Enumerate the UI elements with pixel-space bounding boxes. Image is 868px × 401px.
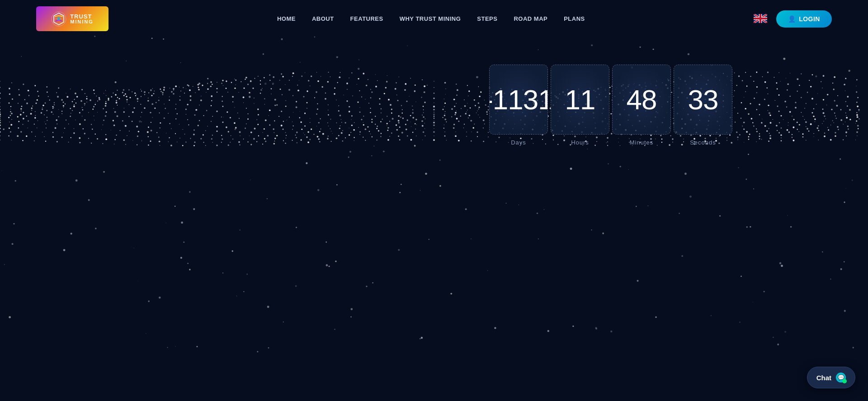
countdown-hours: 11 Hours [551,65,609,146]
minutes-value: 48 [627,84,657,116]
minutes-box: 48 [612,65,671,135]
hours-box: 11 [551,65,609,135]
seconds-label: Seconds [690,139,716,146]
chat-icon-wrapper: 💬 [836,373,846,382]
nav-links: HOME ABOUT FEATURES WHY TRUST MINING STE… [277,15,585,22]
seconds-value: 33 [688,84,718,116]
countdown-days: -1131 Days [489,65,548,146]
online-indicator [842,379,847,383]
chat-button[interactable]: Chat 💬 [807,367,855,388]
logo-trust-text: TRUST [70,14,94,19]
nav-features[interactable]: FEATURES [350,15,383,22]
logo-icon [51,11,66,27]
days-box: -1131 [489,65,548,135]
countdown-seconds: 33 Seconds [674,65,732,146]
days-label: Days [511,139,526,146]
nav-plans[interactable]: PLANS [564,15,585,22]
login-user-icon: 👤 [788,15,796,23]
nav-about[interactable]: ABOUT [312,15,334,22]
minutes-label: Minutes [630,139,654,146]
main-content: -1131 Days 11 Hours 48 Minutes 33 [0,37,868,146]
seconds-box: 33 [674,65,732,135]
nav-home[interactable]: HOME [277,15,296,22]
chat-label: Chat [816,374,831,382]
hours-label: Hours [571,139,589,146]
logo[interactable]: TRUST MINING [36,6,108,31]
language-flag[interactable] [754,14,767,24]
countdown: -1131 Days 11 Hours 48 Minutes 33 [489,65,732,146]
nav-roadmap[interactable]: ROAD MAP [514,15,547,22]
hours-value: 11 [565,84,595,116]
nav-why[interactable]: WHY TRUST MINING [400,15,461,22]
logo-mining-text: MINING [70,19,94,24]
nav-steps[interactable]: STEPS [477,15,497,22]
navbar: TRUST MINING HOME ABOUT FEATURES WHY TRU… [0,0,868,37]
countdown-minutes: 48 Minutes [612,65,671,146]
login-label: LOGIN [799,15,820,23]
login-button[interactable]: 👤 LOGIN [776,10,832,28]
nav-right: 👤 LOGIN [754,10,832,28]
days-value: -1131 [489,84,548,116]
countdown-boxes: -1131 Days 11 Hours 48 Minutes 33 [489,65,732,146]
